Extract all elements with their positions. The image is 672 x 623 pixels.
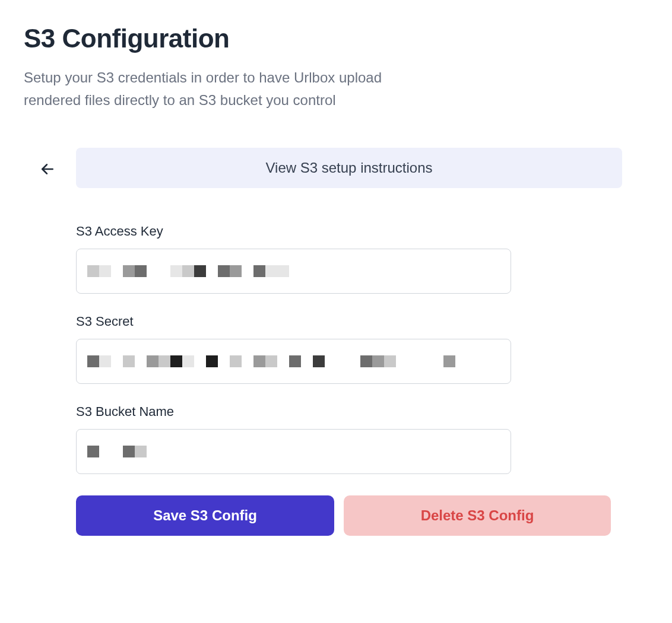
redacted-value	[87, 430, 147, 473]
s3-secret-label: S3 Secret	[76, 314, 622, 329]
s3-bucket-name-label: S3 Bucket Name	[76, 404, 622, 419]
view-instructions-banner[interactable]: View S3 setup instructions	[76, 148, 622, 188]
s3-access-key-label: S3 Access Key	[76, 224, 622, 239]
delete-s3-config-button[interactable]: Delete S3 Config	[344, 495, 611, 536]
s3-secret-input[interactable]	[76, 339, 511, 384]
s3-access-key-input[interactable]	[76, 249, 511, 294]
save-s3-config-button[interactable]: Save S3 Config	[76, 495, 334, 536]
s3-bucket-name-input[interactable]	[76, 429, 511, 474]
back-button[interactable]	[36, 148, 59, 190]
page-subtitle: Setup your S3 credentials in order to ha…	[24, 66, 416, 112]
arrow-left-icon	[40, 161, 55, 177]
page-title: S3 Configuration	[24, 24, 648, 53]
redacted-value	[87, 339, 455, 383]
redacted-value	[87, 249, 289, 293]
